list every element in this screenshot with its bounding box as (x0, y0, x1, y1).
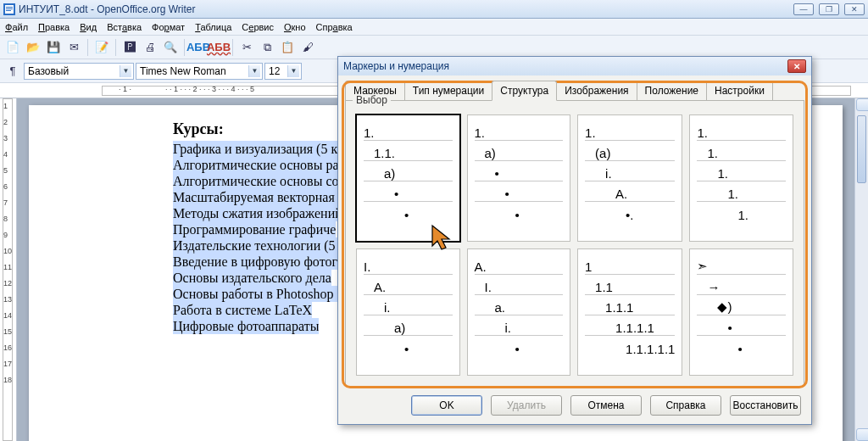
ruler-tick: 8 (3, 215, 8, 223)
doc-line[interactable]: Масштабируемая векторная г (173, 189, 343, 205)
ruler-tick: 14 (3, 311, 12, 320)
group-label: Выбор (353, 94, 391, 106)
font-name-combo[interactable]: Times New Roman ▼ (136, 63, 263, 80)
outline-level-label: i. (585, 166, 612, 181)
cut-button[interactable]: ✂ (237, 38, 256, 57)
doc-line[interactable]: Введение в цифровую фотог (173, 254, 337, 270)
font-name-value: Times New Roman (140, 65, 226, 77)
outline-level-label: A. (364, 280, 386, 294)
reset-button[interactable]: Восстановить (730, 395, 801, 416)
copy-button[interactable]: ⧉ (258, 38, 276, 57)
scroll-thumb[interactable] (857, 115, 866, 183)
outline-level-label: • (475, 187, 509, 201)
print-button[interactable]: 🖨 (141, 38, 159, 57)
cancel-button[interactable]: Отмена (570, 395, 642, 416)
outline-level-label: • (364, 342, 409, 356)
outline-options-grid: 1.1.1.a)••1.a)•••1.(a)i.A.•.1.1.1.1.1.I.… (356, 114, 793, 376)
dialog-close-button[interactable]: ✕ (787, 59, 806, 73)
outline-level-label: 1. (697, 187, 738, 201)
doc-line[interactable]: Работа в системе LaTeX (173, 302, 312, 318)
menu-table[interactable]: Таблица (195, 22, 231, 32)
tab-Изображения[interactable]: Изображения (556, 81, 637, 100)
ruler-tick: 10 (3, 247, 12, 255)
help-button[interactable]: Справка (650, 395, 721, 416)
outline-level-label: 1. (585, 126, 596, 140)
close-button[interactable]: ✕ (844, 3, 865, 15)
outline-level-label: 1.1.1.1.1 (585, 342, 675, 356)
scroll-up-button[interactable]: ▲ (856, 98, 868, 111)
app-icon (3, 3, 15, 15)
doc-line[interactable]: Основы работы в Photoshop ( (173, 286, 342, 302)
open-button[interactable]: 📂 (24, 38, 42, 57)
tab-Тип нумерации[interactable]: Тип нумерации (404, 81, 492, 100)
ok-button[interactable]: OK (411, 395, 482, 416)
chevron-down-icon: ▼ (120, 65, 131, 77)
outline-level-label: A. (585, 187, 627, 201)
outline-level-label: a. (475, 300, 506, 315)
outline-option[interactable]: A.I.a.i.• (467, 248, 571, 376)
ruler-tick: 15 (3, 327, 12, 336)
menu-view[interactable]: Вид (80, 22, 97, 32)
doc-line[interactable]: Основы издательского дела (173, 270, 331, 286)
new-doc-button[interactable]: 📄 (3, 38, 22, 57)
paragraph-style-combo[interactable]: Базовый ▼ (24, 63, 134, 80)
format-paint-button[interactable]: 🖌 (298, 38, 317, 57)
vertical-ruler[interactable]: 123456789101112131415161718 (0, 98, 17, 441)
doc-line[interactable]: Методы сжатия изображений (173, 205, 342, 221)
styles-button[interactable]: ¶ (3, 62, 22, 81)
outline-level-label: 1. (364, 126, 375, 140)
tab-Настройки[interactable]: Настройки (706, 81, 773, 100)
menu-insert[interactable]: Вставка (107, 22, 142, 32)
font-size-value: 12 (269, 65, 280, 77)
outline-option[interactable]: 1.1.1.a)•• (356, 114, 460, 242)
ruler-tick: 11 (3, 263, 12, 271)
doc-line[interactable]: Графика и визуализация (5 ку (173, 141, 344, 157)
doc-line[interactable]: Алгоритмические основы ра (173, 157, 339, 173)
menu-file[interactable]: Файл (5, 22, 28, 32)
font-size-combo[interactable]: 12 ▼ (264, 63, 302, 80)
menu-help[interactable]: Справка (316, 22, 353, 32)
dialog-title: Маркеры и нумерация (343, 60, 449, 72)
outline-option[interactable]: 11.11.1.11.1.1.11.1.1.1.1 (577, 248, 682, 376)
outline-level-label: • (475, 208, 520, 222)
save-button[interactable]: 💾 (44, 38, 63, 57)
outline-level-label: 1. (697, 208, 748, 222)
tab-Положение[interactable]: Положение (637, 81, 707, 100)
spellcheck-button[interactable]: AБB (189, 38, 208, 57)
bullets-numbering-dialog: Маркеры и нумерация ✕ МаркерыТип нумерац… (337, 56, 812, 425)
ruler-tick: 16 (3, 343, 12, 352)
menu-window[interactable]: Окно (284, 22, 306, 32)
outline-option[interactable]: 1.a)••• (467, 114, 571, 242)
ruler-tick: 18 (3, 376, 12, 384)
autospell-button[interactable]: AБB (209, 38, 228, 57)
outline-option[interactable]: ➣→◆)•• (689, 248, 793, 376)
outline-option[interactable]: 1.(a)i.A.•. (577, 114, 682, 242)
doc-line[interactable]: Цифровые фотоаппараты (173, 318, 319, 334)
menu-edit[interactable]: Правка (38, 22, 70, 32)
outline-option[interactable]: I.A.i.a)• (356, 248, 460, 376)
outline-option[interactable]: 1.1.1.1.1. (689, 114, 793, 242)
dialog-titlebar[interactable]: Маркеры и нумерация ✕ (338, 57, 811, 75)
outline-level-label: I. (475, 280, 492, 294)
doc-line[interactable]: Программирование графиче (173, 221, 336, 237)
mail-button[interactable]: ✉ (64, 38, 83, 57)
outline-level-label: ➣ (697, 259, 708, 274)
ruler-tick: 9 (3, 231, 8, 239)
doc-line[interactable]: Издательские технологии (5 к (173, 237, 345, 254)
pdf-export-button[interactable]: 🅿 (120, 38, 139, 57)
outline-level-label: • (364, 208, 409, 222)
menu-tools[interactable]: Сервис (242, 22, 274, 32)
edit-doc-button[interactable]: 📝 (92, 38, 111, 57)
tab-Структура[interactable]: Структура (492, 81, 557, 101)
maximize-button[interactable]: ❐ (819, 3, 839, 15)
doc-line[interactable]: Алгоритмические основы со (173, 173, 339, 189)
vertical-scrollbar[interactable]: ▲ ▼ (854, 98, 868, 441)
outline-level-label: i. (364, 300, 391, 315)
outline-level-label: → (697, 280, 720, 294)
outline-level-label: •. (585, 208, 633, 222)
scroll-down-button[interactable]: ▼ (856, 428, 868, 441)
menu-format[interactable]: Формат (152, 22, 185, 32)
preview-button[interactable]: 🔍 (161, 38, 180, 57)
minimize-button[interactable]: — (793, 3, 814, 15)
paste-button[interactable]: 📋 (278, 38, 297, 57)
